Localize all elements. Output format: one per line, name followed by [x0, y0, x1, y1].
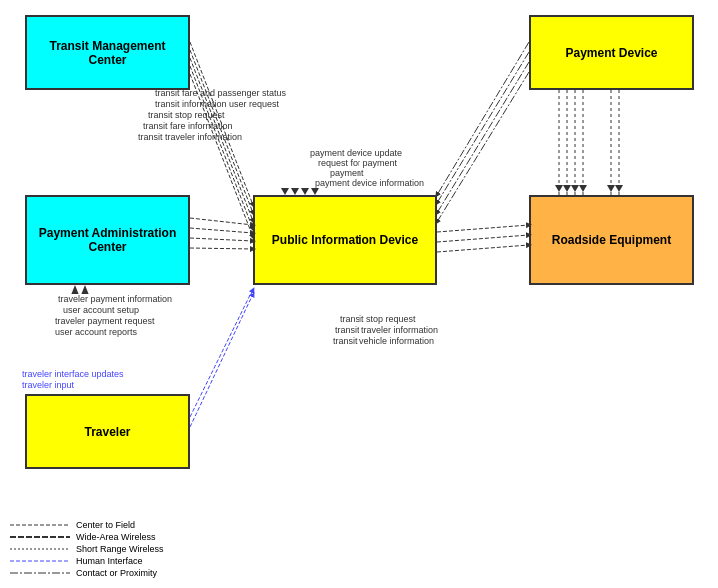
msg-traveler-payment-request: traveler payment request [55, 316, 155, 326]
payment-device-node[interactable]: Payment Device [529, 15, 694, 90]
msg-payment-device-update: payment device update [310, 148, 402, 158]
svg-line-11 [190, 238, 253, 241]
msg-traveler-interface-updates: traveler interface updates [22, 369, 124, 379]
legend-contact-line [10, 568, 70, 578]
msg-transit-traveler-info: transit traveler information [138, 132, 242, 142]
transit-management-center-label: Transit Management Center [33, 39, 182, 67]
svg-marker-24 [555, 185, 563, 192]
svg-marker-33 [311, 188, 319, 195]
msg-transit-stop-request-2: transit stop request [340, 314, 416, 324]
svg-marker-26 [571, 185, 579, 192]
svg-line-5 [437, 42, 529, 195]
legend-human: Human Interface [10, 556, 164, 566]
payment-admin-center-label: Payment Administration Center [33, 226, 182, 254]
legend-short-range-line [10, 544, 70, 554]
svg-marker-25 [563, 185, 571, 192]
msg-user-account-setup: user account setup [63, 305, 139, 315]
legend-wide-area: Wide-Area Wireless [10, 532, 164, 542]
msg-transit-vehicle-info: transit vehicle information [333, 336, 434, 346]
svg-line-8 [437, 72, 529, 222]
svg-marker-29 [615, 185, 623, 192]
svg-line-10 [190, 228, 253, 233]
svg-marker-31 [291, 188, 299, 195]
svg-marker-30 [281, 188, 289, 195]
legend-center-field-label: Center to Field [76, 520, 135, 530]
svg-marker-35 [81, 285, 89, 294]
svg-line-14 [437, 235, 529, 242]
svg-line-13 [437, 225, 529, 232]
legend-wide-area-line [10, 532, 70, 542]
legend-contact-label: Contact or Proximity [76, 568, 157, 578]
svg-line-17 [190, 294, 253, 427]
svg-line-12 [190, 248, 253, 249]
payment-admin-center-node[interactable]: Payment Administration Center [25, 195, 190, 285]
traveler-label: Traveler [84, 425, 130, 439]
legend-contact: Contact or Proximity [10, 568, 164, 578]
roadside-equipment-node[interactable]: Roadside Equipment [529, 195, 694, 285]
public-info-device-node[interactable]: Public Information Device [253, 195, 437, 285]
roadside-equipment-label: Roadside Equipment [552, 233, 671, 247]
msg-transit-info-request: transit information user request [155, 99, 279, 109]
legend-short-range: Short Range Wireless [10, 544, 164, 554]
msg-transit-stop-request: transit stop request [148, 110, 225, 120]
svg-line-7 [437, 62, 529, 213]
msg-transit-traveler-info-2: transit traveler information [335, 325, 438, 335]
transit-management-center-node[interactable]: Transit Management Center [25, 15, 190, 90]
public-info-device-label: Public Information Device [272, 233, 418, 247]
traveler-node[interactable]: Traveler [25, 394, 190, 469]
legend-short-range-label: Short Range Wireless [76, 544, 164, 554]
msg-payment: payment [330, 168, 364, 178]
svg-marker-28 [607, 185, 615, 192]
legend-human-label: Human Interface [76, 556, 143, 566]
payment-device-label: Payment Device [565, 46, 657, 60]
svg-marker-32 [301, 188, 309, 195]
svg-line-6 [437, 52, 529, 203]
msg-transit-fare-info: transit fare information [143, 121, 233, 131]
legend: Center to Field Wide-Area Wireless Short… [10, 520, 164, 580]
legend-wide-area-label: Wide-Area Wireless [76, 532, 156, 542]
svg-marker-34 [71, 285, 79, 294]
msg-payment-device-info: payment device information [315, 178, 424, 188]
legend-center-field-line [10, 520, 70, 530]
svg-marker-27 [579, 185, 587, 192]
svg-line-16 [190, 290, 253, 417]
diagram-container: Transit Management Center Payment Device… [0, 0, 718, 588]
legend-center-field: Center to Field [10, 520, 164, 530]
svg-line-15 [437, 245, 529, 252]
msg-user-account-reports: user account reports [55, 327, 137, 337]
msg-transit-fare-passenger: transit fare and passenger status [155, 88, 286, 98]
msg-traveler-payment-info: traveler payment information [58, 294, 172, 304]
legend-human-line [10, 556, 70, 566]
msg-request-for-payment: request for payment [318, 158, 397, 168]
msg-traveler-input: traveler input [22, 380, 74, 390]
svg-line-9 [190, 218, 253, 225]
